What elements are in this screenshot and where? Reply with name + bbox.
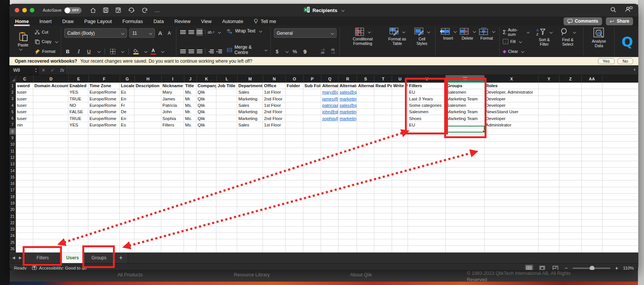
cell-T26[interactable] <box>374 246 392 252</box>
cell-N22[interactable] <box>263 220 286 226</box>
cell-K14[interactable] <box>196 168 216 174</box>
cell-U12[interactable] <box>392 154 408 161</box>
cell-O8[interactable] <box>286 128 303 135</box>
column-header-U[interactable]: U <box>392 75 408 83</box>
cell-F18[interactable] <box>88 194 120 200</box>
cell-K20[interactable] <box>196 207 216 213</box>
row-number-3[interactable]: 3 <box>9 96 16 102</box>
cell-E8[interactable] <box>68 128 88 135</box>
cell-V16[interactable] <box>408 180 446 187</box>
cell-G1[interactable]: Locale <box>120 83 134 89</box>
cell-M10[interactable] <box>237 142 263 148</box>
cell-M18[interactable] <box>237 194 263 200</box>
cell-F6[interactable]: Europe/Rome <box>88 115 120 122</box>
column-header-G[interactable]: G <box>120 75 135 83</box>
cell-Y13[interactable] <box>539 161 559 168</box>
cell-W15[interactable] <box>446 174 485 180</box>
cell-D3[interactable] <box>33 96 68 102</box>
cell-X13[interactable] <box>485 161 539 168</box>
cell-X21[interactable] <box>485 213 539 220</box>
cell-F12[interactable] <box>88 154 120 161</box>
cell-K8[interactable] <box>196 128 216 135</box>
cell-D19[interactable] <box>33 200 68 206</box>
cell-X12[interactable] <box>485 154 539 161</box>
cell-J8[interactable] <box>184 128 196 135</box>
cell-Y3[interactable] <box>539 96 559 102</box>
cell-V22[interactable] <box>408 220 446 226</box>
cell-T9[interactable] <box>374 135 392 141</box>
cell-Y24[interactable] <box>539 233 559 239</box>
cell-D4[interactable] <box>33 102 68 109</box>
cell-Y9[interactable] <box>539 135 559 141</box>
cell-R4[interactable]: sales@qlik.fr;sales@qlik.com <box>338 102 357 109</box>
cell-G2[interactable]: Es <box>120 89 134 96</box>
minimize-window-button[interactable] <box>22 8 27 12</box>
cell-X4[interactable]: Developer <box>485 102 539 109</box>
cell-G26[interactable] <box>120 246 134 252</box>
cell-E2[interactable]: YES <box>68 89 88 96</box>
cell-R24[interactable] <box>338 233 357 239</box>
cell-Q9[interactable] <box>321 135 338 141</box>
cell-X9[interactable] <box>485 135 539 141</box>
column-header-Z[interactable]: Z <box>559 75 582 83</box>
cell-G7[interactable]: Es <box>120 122 134 128</box>
cell-D21[interactable] <box>33 213 68 220</box>
cell-H9[interactable] <box>134 135 161 141</box>
cell-V4[interactable]: Some categories <box>408 102 446 109</box>
cell-Y1[interactable] <box>539 83 559 89</box>
cell-G8[interactable] <box>120 128 134 135</box>
cell-D1[interactable]: Domain Account <box>33 83 68 89</box>
cell-N18[interactable] <box>263 194 286 200</box>
cell-I5[interactable]: John <box>161 109 184 115</box>
cell-D15[interactable] <box>33 174 68 180</box>
cell-W14[interactable] <box>446 168 485 174</box>
cell-S8[interactable] <box>357 128 374 135</box>
cell-S16[interactable] <box>357 180 374 187</box>
cell-L2[interactable] <box>216 89 237 96</box>
cell-AA13[interactable] <box>582 161 602 168</box>
cell-V2[interactable]: EU <box>408 89 446 96</box>
cell-C3[interactable]: tuser <box>16 96 33 102</box>
cell-S11[interactable] <box>357 148 374 154</box>
cell-L25[interactable] <box>216 239 237 246</box>
cell-E3[interactable]: TRUE <box>68 96 88 102</box>
cell-I25[interactable] <box>161 239 184 246</box>
cell-H18[interactable] <box>134 194 161 200</box>
cell-M16[interactable] <box>237 180 263 187</box>
cell-I17[interactable] <box>161 187 184 194</box>
cell-Z26[interactable] <box>559 246 582 252</box>
cell-N13[interactable] <box>263 161 286 168</box>
cell-M14[interactable] <box>237 168 263 174</box>
cell-E25[interactable] <box>68 239 88 246</box>
cell-I23[interactable] <box>161 226 184 233</box>
cell-K19[interactable] <box>196 200 216 206</box>
cell-P9[interactable] <box>303 135 321 141</box>
cell-F14[interactable] <box>88 168 120 174</box>
cell-E23[interactable] <box>68 226 88 233</box>
cell-D9[interactable] <box>33 135 68 141</box>
cell-I4[interactable]: Patricia <box>161 102 184 109</box>
cell-N11[interactable] <box>263 148 286 154</box>
merge-centre-button[interactable]: Merge & Centre <box>227 45 267 55</box>
cell-D5[interactable] <box>33 109 68 115</box>
cell-Q22[interactable] <box>321 220 338 226</box>
cell-O11[interactable] <box>286 148 303 154</box>
cell-D25[interactable] <box>33 239 68 246</box>
cell-J11[interactable] <box>184 148 196 154</box>
cell-R22[interactable] <box>338 220 357 226</box>
normal-view-icon[interactable] <box>525 265 533 270</box>
cell-L11[interactable] <box>216 148 237 154</box>
cell-S12[interactable] <box>357 154 374 161</box>
cell-U7[interactable] <box>392 122 408 128</box>
cell-K21[interactable] <box>196 213 216 220</box>
cell-L3[interactable] <box>216 96 237 102</box>
cell-S18[interactable] <box>357 194 374 200</box>
autosum-button[interactable]: ΣAuto-sum <box>503 29 530 35</box>
cell-P7[interactable] <box>303 122 321 128</box>
cell-O26[interactable] <box>286 246 303 252</box>
cell-F20[interactable] <box>88 207 120 213</box>
cell-H6[interactable] <box>134 115 161 122</box>
cell-I22[interactable] <box>161 220 184 226</box>
cell-J19[interactable] <box>184 200 196 206</box>
column-header-N[interactable]: N <box>263 75 286 83</box>
